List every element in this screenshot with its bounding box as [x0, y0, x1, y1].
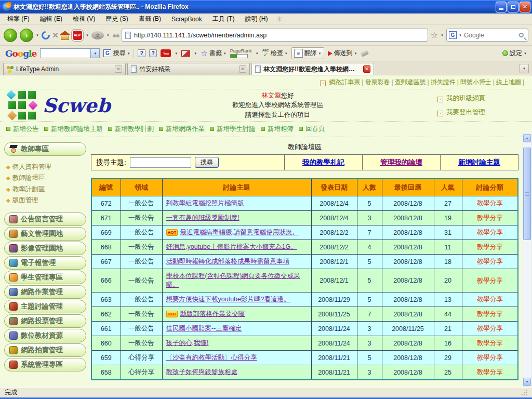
stop-icon[interactable]: ×: [52, 30, 58, 40]
topic-link[interactable]: 學校本位課程(含特色課程)網頁要各位繳交成果囉。: [166, 272, 300, 288]
sidebar-button-0[interactable]: 公告留言管理: [4, 212, 86, 226]
topic-link[interactable]: 縣版部落格作業要交囉: [180, 310, 245, 317]
forum-link-1[interactable]: 管理我的論壇: [362, 155, 440, 170]
page-nav-link-6[interactable]: 回首頁: [305, 125, 325, 132]
page-nav-link-4[interactable]: 新增學生討論: [217, 125, 256, 132]
reload-icon[interactable]: [40, 29, 52, 41]
sidebar-button-1[interactable]: 藝文管理園地: [4, 227, 86, 241]
sidebar-sub-link-2[interactable]: ◆教學計劃區: [6, 184, 86, 195]
search-input[interactable]: [464, 32, 517, 39]
g-bookmarks-icon[interactable]: ☆: [201, 49, 207, 58]
forum-link-0[interactable]: 我的教學札記: [284, 155, 362, 170]
url-bar[interactable]: [122, 29, 428, 42]
spellcheck-dropdown-icon[interactable]: ▼: [285, 52, 288, 55]
resize-grip[interactable]: [521, 389, 527, 396]
top-link-3[interactable]: 掛失證件: [431, 78, 456, 86]
mail-dropdown-icon[interactable]: ▼: [194, 52, 197, 55]
tab-0[interactable]: LifeType Admin✕: [3, 63, 126, 75]
spellcheck-icon[interactable]: ABC✓: [262, 49, 269, 58]
converter-icon[interactable]: 文: [91, 31, 104, 39]
sidebar-button-2[interactable]: 影像管理園地: [4, 242, 86, 255]
menu-item-1[interactable]: 編輯 (E): [35, 13, 68, 25]
sidebar-button-4[interactable]: 學生管理專區: [4, 271, 86, 284]
sidebar-sub-link-1[interactable]: ◆教師論壇區: [6, 172, 86, 183]
g-search-label[interactable]: 搜尋: [113, 49, 125, 58]
history-dropdown-icon[interactable]: ▼: [36, 34, 39, 37]
restore-button[interactable]: [508, 2, 518, 12]
bookmark-star-icon[interactable]: ☆: [431, 30, 438, 40]
tab-1[interactable]: 竹安好精采✕: [127, 63, 250, 75]
tab-close-icon[interactable]: ✕: [115, 65, 122, 73]
youtube-dropdown-icon[interactable]: ▼: [175, 52, 178, 55]
url-input[interactable]: [134, 32, 424, 39]
translate-dropdown-icon[interactable]: ▼: [318, 52, 322, 55]
sendto-dropdown-icon[interactable]: ▼: [354, 52, 357, 55]
youtube-icon[interactable]: You: [161, 49, 171, 57]
header-right-link-1[interactable]: ›我要登出管理: [437, 105, 526, 119]
pagerank-dropdown-icon[interactable]: ▼: [256, 52, 259, 55]
scroll-down-icon[interactable]: ▼: [523, 378, 531, 386]
search-engine-icon[interactable]: G: [449, 31, 457, 39]
top-link-5[interactable]: 線上地圖: [496, 78, 521, 86]
tab-2[interactable]: 林文淵您好!!歡迎您進入學校網…✕: [251, 63, 374, 75]
search-box[interactable]: G ▼: [446, 29, 528, 42]
close-button[interactable]: ✕: [520, 2, 530, 12]
tab-close-icon[interactable]: ✕: [363, 65, 370, 73]
top-link-1[interactable]: 發票彩卷: [365, 78, 390, 86]
topic-link[interactable]: 佳民國小國賠案--三審確定: [166, 325, 242, 332]
pagerank-label[interactable]: PageRank: [230, 48, 252, 54]
g-bookmarks-label[interactable]: 書籤: [209, 49, 222, 58]
search-go-icon[interactable]: [519, 33, 524, 37]
menu-item-4[interactable]: 書籤 (B): [134, 13, 166, 25]
g-search-dropdown-icon[interactable]: ▼: [127, 52, 130, 55]
topic-search-input[interactable]: [130, 157, 191, 168]
zoom-question-icon-2[interactable]: ?: [149, 49, 157, 57]
g-bookmarks-dropdown-icon[interactable]: ▼: [223, 52, 227, 55]
sidebar-button-5[interactable]: 網路作業管理: [4, 285, 86, 299]
converter-dropdown-icon[interactable]: ▼: [107, 34, 110, 37]
sidebar-button-10[interactable]: 系統管理專區: [4, 358, 86, 371]
topic-link[interactable]: 教孩子如何與銀髮族相處: [166, 368, 238, 376]
adblock-icon[interactable]: ABP: [72, 30, 83, 41]
translate-group[interactable]: aí 翻譯 ▼: [291, 47, 324, 59]
topic-link[interactable]: 一套有趣的班級獎勵制度!: [166, 214, 240, 221]
search-engine-dropdown-icon[interactable]: ▼: [459, 34, 462, 37]
back-button[interactable]: ‹: [4, 29, 17, 42]
top-link-0[interactable]: 網路訂車票: [329, 78, 360, 86]
g-search-icon[interactable]: G: [103, 49, 111, 57]
sidebar-button-6[interactable]: 主題討論管理: [4, 300, 86, 313]
topic-link[interactable]: 孩子的心,我懂!: [166, 339, 209, 347]
scrollbar-thumb[interactable]: [523, 148, 531, 240]
translate-label[interactable]: 翻譯: [304, 49, 317, 58]
sidebar-sub-link-0[interactable]: ◆個人資料管理: [6, 162, 86, 172]
menu-item-0[interactable]: 檔案 (F): [2, 13, 35, 25]
sidebar-button-8[interactable]: 數位教材資源: [4, 329, 86, 342]
topic-search-button[interactable]: 搜尋: [195, 157, 219, 168]
page-nav-link-2[interactable]: 新增教學計劃: [115, 125, 154, 132]
menu-item-2[interactable]: 檢視 (V): [68, 13, 100, 25]
highlighter-icon[interactable]: [360, 50, 368, 57]
sidebar-button-7[interactable]: 網路投票管理: [4, 314, 86, 328]
top-link-4[interactable]: 問號小博士: [460, 78, 491, 86]
home-icon[interactable]: [61, 34, 69, 40]
adblock-dropdown-icon[interactable]: ▼: [86, 34, 89, 37]
menu-item-3[interactable]: 歷史 (S): [100, 13, 133, 25]
scroll-up-icon[interactable]: ▲: [523, 134, 531, 142]
bookmark-dropdown-icon[interactable]: ▼: [441, 34, 444, 37]
menu-item-7[interactable]: 說明 (H): [240, 13, 273, 25]
forum-link-2[interactable]: 新增討論主題: [440, 155, 518, 170]
page-nav-link-5[interactable]: 新增相簿: [268, 125, 294, 132]
settings-label[interactable]: 設定: [510, 49, 522, 58]
tab-list-dropdown-icon[interactable]: ▼: [520, 64, 529, 73]
menu-item-5[interactable]: ScrapBook: [166, 14, 207, 24]
minimize-button[interactable]: [496, 2, 507, 12]
combo-dropdown-icon[interactable]: ▼: [90, 49, 99, 58]
page-nav-link-0[interactable]: 新增公告: [13, 125, 39, 132]
topic-link[interactable]: 〔沙崙有約教學活動〕心得分享: [166, 354, 257, 361]
vertical-scrollbar[interactable]: ▲ ▼: [523, 134, 531, 387]
spellcheck-label[interactable]: 檢查: [271, 49, 283, 58]
sidebar-sub-link-3[interactable]: ◆版面管理: [6, 195, 86, 206]
sendto-icon[interactable]: [328, 51, 332, 56]
forward-button[interactable]: ›: [20, 29, 33, 42]
mail-icon[interactable]: [181, 50, 190, 57]
